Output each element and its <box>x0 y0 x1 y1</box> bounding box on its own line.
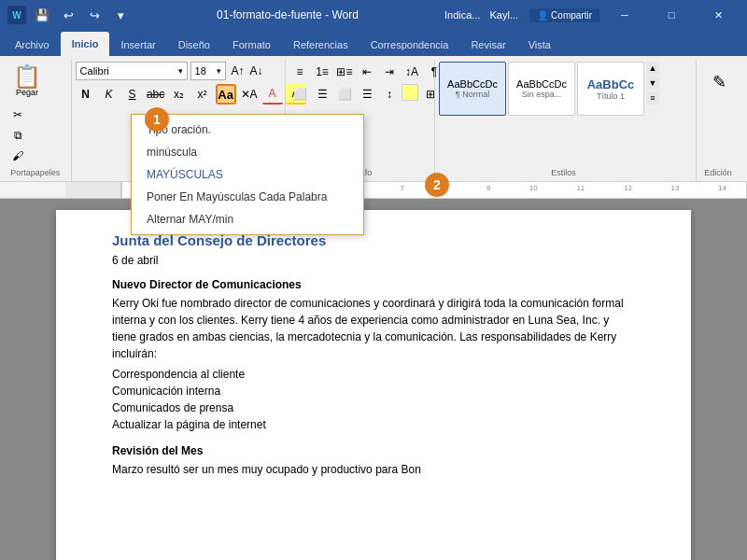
tab-vista[interactable]: Vista <box>517 34 562 56</box>
line-spacing-button[interactable]: ↕ <box>379 84 400 105</box>
style-normal[interactable]: AaBbCcDc ¶ Normal <box>439 62 506 116</box>
style-no-spacing-label: Sin espa... <box>522 90 562 99</box>
style-normal-label: ¶ Normal <box>456 90 489 99</box>
style-no-spacing-preview: AaBbCcDc <box>516 78 567 90</box>
style-scroll-down-button[interactable]: ▼ <box>646 77 659 90</box>
list-item-4: Actualizar la página de internet <box>112 416 635 433</box>
shading-button[interactable] <box>402 84 418 101</box>
mayusculas-option[interactable]: MAYÚSCULAS <box>132 163 363 186</box>
style-no-spacing[interactable]: AaBbCcDc Sin espa... <box>508 62 575 116</box>
decrease-indent-button[interactable]: ⇤ <box>357 62 377 82</box>
section2-body: Marzo resultó ser un mes muy ocupado y p… <box>112 461 635 478</box>
tab-insertar[interactable]: Insertar <box>109 34 166 56</box>
style-normal-preview: AaBbCcDc <box>447 78 498 90</box>
tab-referencias[interactable]: Referencias <box>282 34 359 56</box>
close-button[interactable]: ✕ <box>697 0 740 30</box>
subscript-button[interactable]: x₂ <box>169 84 190 105</box>
save-button[interactable]: 💾 <box>32 5 52 25</box>
clipboard-group: 📋 Pegar ✂ ⧉ 🖌 Portapapeles <box>4 60 72 181</box>
list-item-3: Comunicados de prensa <box>112 399 635 416</box>
copy-button[interactable]: ⧉ <box>7 125 28 146</box>
editing-label: Edición <box>700 166 736 179</box>
step-badge-1: 1 <box>145 107 169 132</box>
align-center-button[interactable]: ☰ <box>312 84 332 105</box>
title-bar-left: W 💾 ↩ ↪ ▾ <box>7 5 131 25</box>
clear-formatting-button[interactable]: ✕A <box>239 84 260 105</box>
minimize-button[interactable]: ─ <box>603 0 646 30</box>
username[interactable]: Kayl... <box>490 9 519 21</box>
justify-button[interactable]: ☰ <box>357 84 377 105</box>
alternar-option[interactable]: Alternar MAY/min <box>132 208 363 231</box>
tab-revisar[interactable]: Revisar <box>459 34 516 56</box>
align-left-button[interactable]: ⬜ <box>289 84 310 105</box>
style-heading1[interactable]: AaBbCc Título 1 <box>577 62 644 116</box>
tab-correspondencia[interactable]: Correspondencia <box>359 34 460 56</box>
document-area: Junta del Consejo de Directores 6 de abr… <box>0 199 747 560</box>
tab-formato[interactable]: Formato <box>221 34 282 56</box>
italic-button[interactable]: K <box>99 84 120 105</box>
superscript-button[interactable]: x² <box>192 84 213 105</box>
bold-button[interactable]: N <box>76 84 96 105</box>
style-scroll-up-button[interactable]: ▲ <box>646 62 659 75</box>
ruler: 1234567891011121314 <box>0 182 747 199</box>
font-color-button[interactable]: A <box>262 84 283 105</box>
cut-button[interactable]: ✂ <box>7 105 28 125</box>
editing-group: ✎ Edición <box>697 60 743 181</box>
font-name-selector[interactable]: Calibri ▾ <box>76 62 188 80</box>
multilevel-list-button[interactable]: ⊞≡ <box>334 62 355 82</box>
styles-label: Estilos <box>439 166 688 179</box>
tab-archivo[interactable]: Archivo <box>4 34 61 56</box>
decrease-font-size-button[interactable]: A↓ <box>247 62 266 80</box>
share-button[interactable]: 👤 Compartir <box>529 8 599 22</box>
poner-mayusculas-option[interactable]: Poner En Mayúsculas Cada Palabra <box>132 186 363 208</box>
clipboard-mini-buttons: ✂ ⧉ 🖌 <box>7 105 28 166</box>
ribbon: 📋 Pegar ✂ ⧉ 🖌 Portapapeles Calibri ▾ 18 … <box>0 56 747 182</box>
change-case-button[interactable]: Aa <box>216 84 236 105</box>
increase-indent-button[interactable]: ⇥ <box>379 62 400 82</box>
paste-label: Pegar <box>16 88 38 97</box>
section1-title: Nuevo Director de Comunicaciones <box>112 278 635 291</box>
ribbon-tabs: Archivo Inicio Insertar Diseño Formato R… <box>0 30 747 56</box>
style-heading1-preview: AaBbCc <box>587 77 635 91</box>
sort-button[interactable]: ↕A <box>402 62 422 82</box>
section2-title: Revisión del Mes <box>112 444 635 457</box>
style-heading1-label: Título 1 <box>597 91 625 101</box>
minuscula-option[interactable]: minúscula <box>132 141 363 163</box>
style-gallery-arrows: ▲ ▼ ≡ <box>646 62 661 105</box>
app-icon: W <box>7 6 26 24</box>
increase-font-size-button[interactable]: A↑ <box>229 62 247 80</box>
style-expand-button[interactable]: ≡ <box>646 91 659 105</box>
redo-button[interactable]: ↪ <box>84 5 105 25</box>
list-item-1: Correspondencia al cliente <box>112 366 635 383</box>
paste-button[interactable]: 📋 Pegar <box>7 62 47 101</box>
document-date: 6 de abril <box>112 254 635 267</box>
bullets-button[interactable]: ≡ <box>289 62 310 82</box>
numbering-button[interactable]: 1≡ <box>312 62 332 82</box>
section1-body[interactable]: Kerry Oki fue nombrado director de comun… <box>112 295 635 362</box>
title-bar: W 💾 ↩ ↪ ▾ 01-formato-de-fuente - Word In… <box>0 0 747 30</box>
title-bar-right: Indica... Kayl... 👤 Compartir ─ □ ✕ <box>444 0 740 30</box>
styles-group: AaBbCcDc ¶ Normal AaBbCcDc Sin espa... A… <box>435 60 697 181</box>
restore-button[interactable]: □ <box>650 0 693 30</box>
list-item-2: Comunicación interna <box>112 383 635 399</box>
qat-more-button[interactable]: ▾ <box>110 5 131 25</box>
change-case-dropdown: Tipo oración. minúscula MAYÚSCULAS Poner… <box>131 114 364 235</box>
clipboard-label: Portapapeles <box>7 166 63 179</box>
editing-button[interactable]: ✎ <box>700 62 738 103</box>
tab-diseno[interactable]: Diseño <box>167 34 221 56</box>
align-right-button[interactable]: ⬜ <box>334 84 355 105</box>
font-size-selector[interactable]: 18 ▾ <box>190 62 226 80</box>
underline-button[interactable]: S <box>122 84 143 105</box>
paste-icon: 📋 <box>13 65 41 88</box>
ribbon-indicator[interactable]: Indica... <box>444 9 481 21</box>
strikethrough-button[interactable]: abc <box>146 84 166 105</box>
step-badge-2: 2 <box>425 173 449 197</box>
tab-inicio[interactable]: Inicio <box>61 32 110 56</box>
undo-button[interactable]: ↩ <box>58 5 78 25</box>
format-painter-button[interactable]: 🖌 <box>7 146 28 166</box>
document-page: Junta del Consejo de Directores 6 de abr… <box>56 210 691 560</box>
window-title: 01-formato-de-fuente - Word <box>131 8 444 21</box>
